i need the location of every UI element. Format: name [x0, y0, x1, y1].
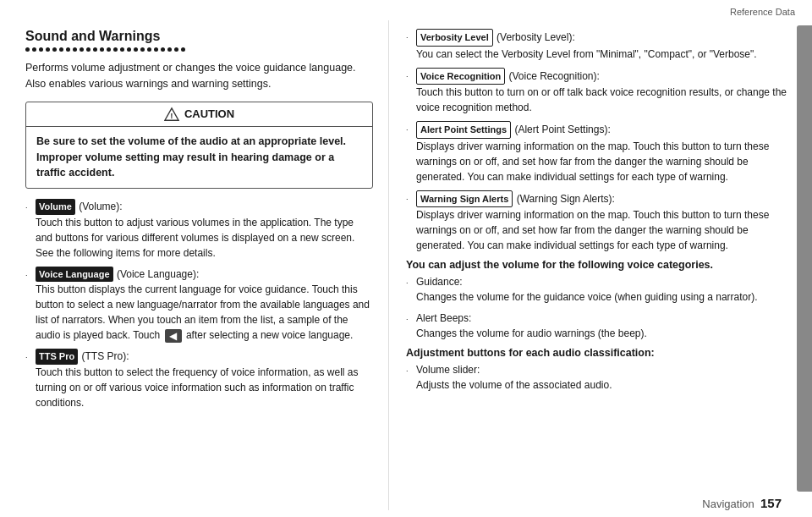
dot-divider [25, 47, 373, 52]
dot [120, 47, 124, 52]
tag-voice-language: Voice Language [36, 267, 113, 283]
section-title: Sound and Warnings [25, 29, 373, 44]
bullet-dot: · [406, 32, 411, 62]
right-bullet-item: · Warning Sign Alerts (Warning Sign Aler… [406, 190, 797, 254]
caution-box: ! CAUTION Be sure to set the volume of t… [25, 102, 373, 189]
dot [174, 47, 178, 52]
tag-warning-sign-alerts: Warning Sign Alerts [416, 190, 513, 208]
page-number: 157 [760, 496, 782, 510]
voice-item: · Alert Beeps:Changes the volume for aud… [406, 311, 797, 341]
dot [140, 47, 145, 52]
dot [147, 47, 151, 52]
right-column: · Verbosity Level (Verbosity Level): You… [389, 20, 812, 510]
bullet-content: TTS Pro (TTS Pro): Touch this button to … [36, 349, 373, 410]
bullet-dot: · [406, 124, 411, 184]
tag-tts-pro: TTS Pro [36, 349, 78, 365]
caution-body: Be sure to set the volume of the audio a… [26, 127, 372, 188]
adj-item: · Volume slider:Adjusts the volume of th… [406, 362, 797, 393]
svg-text:!: ! [170, 111, 173, 120]
left-bullet-item: · Volume (Volume): Touch this button to … [25, 199, 373, 261]
footer-nav-label: Navigation [702, 498, 754, 510]
back-icon: ◀ [165, 329, 182, 343]
right-bullet-item: · Voice Recognition (Voice Recognition):… [406, 68, 797, 116]
bullet-content: Voice Recognition (Voice Recognition): T… [416, 68, 797, 116]
dot [154, 47, 158, 52]
bullet-dot: · [25, 352, 30, 410]
left-bullet-item: · TTS Pro (TTS Pro): Touch this button t… [25, 349, 373, 410]
sidebar-tab [797, 25, 812, 492]
header-label: Reference Data [730, 7, 795, 17]
bullet-content: Guidance:Changes the volume for the guid… [416, 274, 797, 305]
bullet-content: Warning Sign Alerts (Warning Sign Alerts… [416, 190, 797, 254]
dot [113, 47, 118, 52]
bullet-content: Alert Point Settings (Alert Point Settin… [416, 121, 797, 184]
bullet-content: Voice Language (Voice Language): This bu… [36, 267, 373, 344]
dot [25, 47, 30, 52]
tag-alert-point-settings: Alert Point Settings [416, 121, 511, 139]
bullet-content: Volume slider:Adjusts the volume of the … [416, 362, 797, 393]
bullet-dot: · [406, 314, 411, 341]
dot [181, 47, 185, 52]
bullet-content: Verbosity Level (Verbosity Level): You c… [416, 29, 797, 62]
dot [93, 47, 97, 52]
right-bullet-item: · Verbosity Level (Verbosity Level): You… [406, 29, 797, 62]
tag-verbosity-level: Verbosity Level [416, 29, 493, 47]
bullet-dot: · [406, 278, 411, 305]
caution-label: CAUTION [184, 107, 234, 120]
bullet-dot: · [25, 202, 30, 261]
voice-categories-label: You can adjust the volume for the follow… [406, 259, 797, 271]
bullet-dot: · [406, 71, 411, 116]
adj-buttons-label: Adjustment buttons for each audio classi… [406, 347, 797, 359]
dot [161, 47, 165, 52]
dot [39, 47, 43, 52]
right-bullet-item: · Alert Point Settings (Alert Point Sett… [406, 121, 797, 184]
left-column: Sound and Warnings [0, 20, 389, 510]
right-bullets: · Verbosity Level (Verbosity Level): You… [406, 29, 797, 253]
bullet-content: Alert Beeps:Changes the volume for audio… [416, 311, 797, 341]
dot [73, 47, 77, 52]
dot [32, 47, 36, 52]
dot [134, 47, 138, 52]
dot [100, 47, 104, 52]
bullet-content: Volume (Volume): Touch this button to ad… [36, 199, 373, 261]
dot [46, 47, 50, 52]
dot [167, 47, 172, 52]
dot [86, 47, 91, 52]
dot [52, 47, 57, 52]
intro-text: Performs volume adjustment or changes th… [25, 60, 373, 93]
dot [127, 47, 131, 52]
dot [59, 47, 63, 52]
tag-voice-recognition: Voice Recognition [416, 68, 505, 85]
page-header: Reference Data [0, 0, 812, 20]
page-footer: Navigation 157 [702, 496, 782, 510]
caution-icon: ! [164, 107, 179, 122]
bullet-dot: · [406, 194, 411, 254]
bullet-dot: · [406, 366, 411, 393]
voice-item: · Guidance:Changes the volume for the gu… [406, 274, 797, 305]
caution-header: ! CAUTION [26, 102, 372, 127]
dot [66, 47, 70, 52]
dot [107, 47, 111, 52]
left-bullet-item: · Voice Language (Voice Language): This … [25, 267, 373, 344]
dot [80, 47, 84, 52]
left-bullets: · Volume (Volume): Touch this button to … [25, 199, 373, 410]
tag-volume: Volume [36, 199, 75, 215]
bullet-dot: · [25, 270, 30, 344]
